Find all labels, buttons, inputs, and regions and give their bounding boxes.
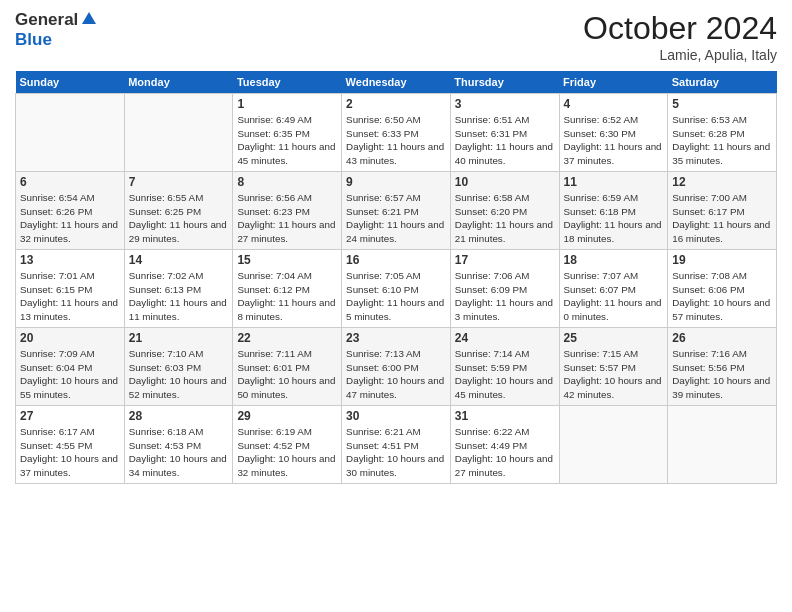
calendar-cell: 23Sunrise: 7:13 AM Sunset: 6:00 PM Dayli… (342, 328, 451, 406)
day-number: 21 (129, 331, 229, 345)
calendar-cell: 9Sunrise: 6:57 AM Sunset: 6:21 PM Daylig… (342, 172, 451, 250)
calendar-cell: 19Sunrise: 7:08 AM Sunset: 6:06 PM Dayli… (668, 250, 777, 328)
calendar-cell: 24Sunrise: 7:14 AM Sunset: 5:59 PM Dayli… (450, 328, 559, 406)
day-number: 11 (564, 175, 664, 189)
day-info: Sunrise: 6:22 AM Sunset: 4:49 PM Dayligh… (455, 425, 555, 480)
day-number: 16 (346, 253, 446, 267)
calendar-cell (668, 406, 777, 484)
calendar-cell: 7Sunrise: 6:55 AM Sunset: 6:25 PM Daylig… (124, 172, 233, 250)
day-number: 23 (346, 331, 446, 345)
calendar-cell: 11Sunrise: 6:59 AM Sunset: 6:18 PM Dayli… (559, 172, 668, 250)
calendar-cell: 10Sunrise: 6:58 AM Sunset: 6:20 PM Dayli… (450, 172, 559, 250)
day-info: Sunrise: 6:52 AM Sunset: 6:30 PM Dayligh… (564, 113, 664, 168)
day-number: 24 (455, 331, 555, 345)
day-number: 4 (564, 97, 664, 111)
calendar-table: SundayMondayTuesdayWednesdayThursdayFrid… (15, 71, 777, 484)
day-number: 30 (346, 409, 446, 423)
calendar-cell: 12Sunrise: 7:00 AM Sunset: 6:17 PM Dayli… (668, 172, 777, 250)
day-number: 12 (672, 175, 772, 189)
logo-general-text: General (15, 10, 78, 30)
day-info: Sunrise: 6:17 AM Sunset: 4:55 PM Dayligh… (20, 425, 120, 480)
day-info: Sunrise: 6:56 AM Sunset: 6:23 PM Dayligh… (237, 191, 337, 246)
header: General Blue October 2024 Lamie, Apulia,… (15, 10, 777, 63)
week-row-1: 1Sunrise: 6:49 AM Sunset: 6:35 PM Daylig… (16, 94, 777, 172)
day-info: Sunrise: 7:08 AM Sunset: 6:06 PM Dayligh… (672, 269, 772, 324)
day-info: Sunrise: 6:18 AM Sunset: 4:53 PM Dayligh… (129, 425, 229, 480)
week-row-4: 20Sunrise: 7:09 AM Sunset: 6:04 PM Dayli… (16, 328, 777, 406)
calendar-cell: 29Sunrise: 6:19 AM Sunset: 4:52 PM Dayli… (233, 406, 342, 484)
calendar-cell: 5Sunrise: 6:53 AM Sunset: 6:28 PM Daylig… (668, 94, 777, 172)
week-row-3: 13Sunrise: 7:01 AM Sunset: 6:15 PM Dayli… (16, 250, 777, 328)
day-number: 26 (672, 331, 772, 345)
page: General Blue October 2024 Lamie, Apulia,… (0, 0, 792, 612)
day-number: 25 (564, 331, 664, 345)
day-info: Sunrise: 6:21 AM Sunset: 4:51 PM Dayligh… (346, 425, 446, 480)
calendar-cell: 15Sunrise: 7:04 AM Sunset: 6:12 PM Dayli… (233, 250, 342, 328)
day-number: 7 (129, 175, 229, 189)
day-info: Sunrise: 7:01 AM Sunset: 6:15 PM Dayligh… (20, 269, 120, 324)
day-number: 3 (455, 97, 555, 111)
logo-blue-text: Blue (15, 30, 98, 50)
week-row-5: 27Sunrise: 6:17 AM Sunset: 4:55 PM Dayli… (16, 406, 777, 484)
day-number: 31 (455, 409, 555, 423)
day-info: Sunrise: 6:51 AM Sunset: 6:31 PM Dayligh… (455, 113, 555, 168)
location-subtitle: Lamie, Apulia, Italy (583, 47, 777, 63)
day-number: 13 (20, 253, 120, 267)
day-number: 20 (20, 331, 120, 345)
day-info: Sunrise: 7:02 AM Sunset: 6:13 PM Dayligh… (129, 269, 229, 324)
calendar-cell: 1Sunrise: 6:49 AM Sunset: 6:35 PM Daylig… (233, 94, 342, 172)
day-info: Sunrise: 7:15 AM Sunset: 5:57 PM Dayligh… (564, 347, 664, 402)
header-row: SundayMondayTuesdayWednesdayThursdayFrid… (16, 71, 777, 94)
calendar-cell: 31Sunrise: 6:22 AM Sunset: 4:49 PM Dayli… (450, 406, 559, 484)
day-number: 22 (237, 331, 337, 345)
calendar-cell (559, 406, 668, 484)
day-number: 29 (237, 409, 337, 423)
header-day-friday: Friday (559, 71, 668, 94)
day-info: Sunrise: 7:07 AM Sunset: 6:07 PM Dayligh… (564, 269, 664, 324)
calendar-cell: 13Sunrise: 7:01 AM Sunset: 6:15 PM Dayli… (16, 250, 125, 328)
day-info: Sunrise: 7:13 AM Sunset: 6:00 PM Dayligh… (346, 347, 446, 402)
calendar-cell: 27Sunrise: 6:17 AM Sunset: 4:55 PM Dayli… (16, 406, 125, 484)
calendar-cell: 14Sunrise: 7:02 AM Sunset: 6:13 PM Dayli… (124, 250, 233, 328)
day-info: Sunrise: 7:10 AM Sunset: 6:03 PM Dayligh… (129, 347, 229, 402)
svg-marker-0 (82, 12, 96, 24)
logo: General Blue (15, 10, 98, 49)
day-info: Sunrise: 6:49 AM Sunset: 6:35 PM Dayligh… (237, 113, 337, 168)
day-info: Sunrise: 6:19 AM Sunset: 4:52 PM Dayligh… (237, 425, 337, 480)
calendar-cell: 21Sunrise: 7:10 AM Sunset: 6:03 PM Dayli… (124, 328, 233, 406)
header-day-sunday: Sunday (16, 71, 125, 94)
day-info: Sunrise: 6:55 AM Sunset: 6:25 PM Dayligh… (129, 191, 229, 246)
day-info: Sunrise: 7:09 AM Sunset: 6:04 PM Dayligh… (20, 347, 120, 402)
calendar-cell: 25Sunrise: 7:15 AM Sunset: 5:57 PM Dayli… (559, 328, 668, 406)
day-info: Sunrise: 7:11 AM Sunset: 6:01 PM Dayligh… (237, 347, 337, 402)
logo-icon (80, 10, 98, 28)
calendar-cell: 17Sunrise: 7:06 AM Sunset: 6:09 PM Dayli… (450, 250, 559, 328)
day-number: 5 (672, 97, 772, 111)
day-number: 8 (237, 175, 337, 189)
day-number: 28 (129, 409, 229, 423)
calendar-cell: 20Sunrise: 7:09 AM Sunset: 6:04 PM Dayli… (16, 328, 125, 406)
day-number: 27 (20, 409, 120, 423)
title-block: October 2024 Lamie, Apulia, Italy (583, 10, 777, 63)
day-number: 6 (20, 175, 120, 189)
day-info: Sunrise: 7:04 AM Sunset: 6:12 PM Dayligh… (237, 269, 337, 324)
day-number: 2 (346, 97, 446, 111)
day-number: 15 (237, 253, 337, 267)
day-info: Sunrise: 6:50 AM Sunset: 6:33 PM Dayligh… (346, 113, 446, 168)
day-number: 19 (672, 253, 772, 267)
day-info: Sunrise: 7:16 AM Sunset: 5:56 PM Dayligh… (672, 347, 772, 402)
calendar-cell: 3Sunrise: 6:51 AM Sunset: 6:31 PM Daylig… (450, 94, 559, 172)
header-day-wednesday: Wednesday (342, 71, 451, 94)
header-day-tuesday: Tuesday (233, 71, 342, 94)
day-info: Sunrise: 7:05 AM Sunset: 6:10 PM Dayligh… (346, 269, 446, 324)
day-info: Sunrise: 6:53 AM Sunset: 6:28 PM Dayligh… (672, 113, 772, 168)
day-number: 18 (564, 253, 664, 267)
header-day-saturday: Saturday (668, 71, 777, 94)
calendar-cell: 18Sunrise: 7:07 AM Sunset: 6:07 PM Dayli… (559, 250, 668, 328)
calendar-cell: 28Sunrise: 6:18 AM Sunset: 4:53 PM Dayli… (124, 406, 233, 484)
month-title: October 2024 (583, 10, 777, 47)
day-number: 1 (237, 97, 337, 111)
day-number: 17 (455, 253, 555, 267)
calendar-cell: 30Sunrise: 6:21 AM Sunset: 4:51 PM Dayli… (342, 406, 451, 484)
calendar-cell: 4Sunrise: 6:52 AM Sunset: 6:30 PM Daylig… (559, 94, 668, 172)
